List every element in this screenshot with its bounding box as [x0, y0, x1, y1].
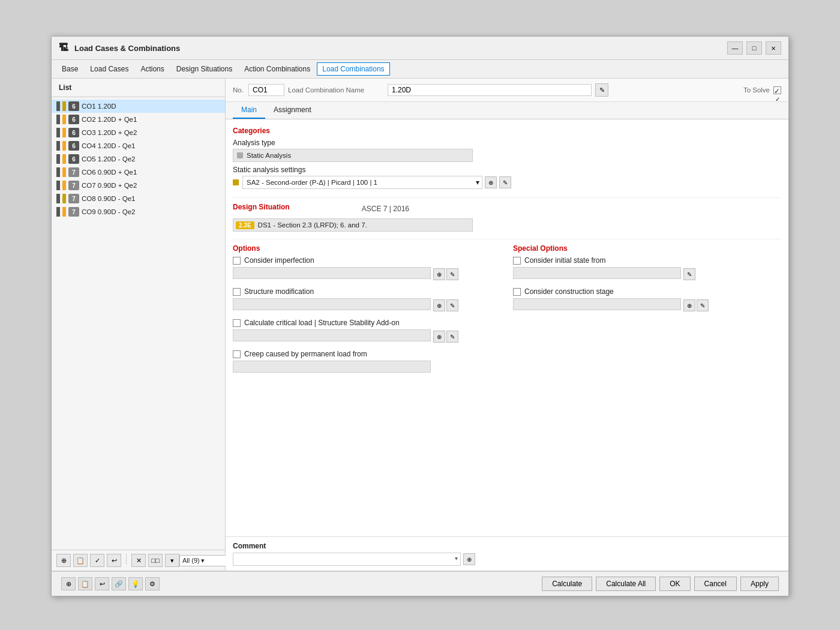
menu-actions[interactable]: Actions — [135, 62, 169, 76]
imperfection-icons: ⊕ ✎ — [433, 268, 458, 280]
list-item[interactable]: 7 CO9 0.90D - Qe2 — [52, 205, 225, 218]
view-button[interactable]: □□ — [148, 554, 163, 567]
copy-button[interactable]: ⊕ — [56, 554, 71, 567]
critical-load-copy[interactable]: ⊕ — [433, 331, 445, 343]
initial-state-checkbox[interactable] — [513, 257, 521, 265]
imperfection-label: Consider imperfection — [244, 256, 314, 265]
static-settings-row: SA2 - Second-order (P-Δ) | Picard | 100 … — [233, 176, 781, 189]
item-badge: 6 — [68, 128, 79, 137]
content-area: Categories Analysis type Static Analysis… — [226, 119, 788, 536]
bt-icon-5[interactable]: 💡 — [128, 577, 143, 590]
paste-button[interactable]: 📋 — [73, 554, 88, 567]
to-solve-checkbox[interactable]: ✓ — [773, 86, 781, 94]
design-situation-bar: 2.3E DS1 - Section 2.3 (LRFD); 6. and 7. — [233, 218, 473, 232]
more-button[interactable]: ▾ — [165, 554, 179, 567]
construction-edit[interactable]: ✎ — [697, 299, 709, 311]
list-item[interactable]: 7 CO6 0.90D + Qe1 — [52, 166, 225, 179]
bt-icon-2[interactable]: 📋 — [78, 577, 92, 590]
cancel-button[interactable]: Cancel — [694, 577, 737, 591]
comment-section: Comment ⊕ — [226, 536, 788, 571]
maximize-button[interactable]: □ — [746, 41, 762, 55]
menu-design-situations[interactable]: Design Situations — [171, 62, 238, 76]
filter-select[interactable]: All (9) ▾ — [179, 555, 227, 566]
item-badge: 6 — [68, 154, 79, 164]
name-label: Load Combination Name — [288, 86, 384, 94]
item-label: CO6 0.90D + Qe1 — [82, 169, 137, 176]
ok-button[interactable]: OK — [659, 577, 690, 591]
analysis-type-text: Static Analysis — [247, 152, 291, 159]
static-settings-dropdown[interactable]: SA2 - Second-order (P-Δ) | Picard | 100 … — [242, 176, 482, 189]
color-strip-2 — [62, 128, 66, 137]
item-label: CO8 0.90D - Qe1 — [82, 195, 135, 202]
critical-load-row: Calculate critical load | Structure Stab… — [233, 319, 501, 327]
menu-load-combinations[interactable]: Load Combinations — [317, 62, 389, 76]
critical-load-edit[interactable]: ✎ — [446, 331, 458, 343]
copy-setting-button[interactable]: ⊕ — [485, 176, 497, 188]
calculate-button[interactable]: Calculate — [542, 577, 592, 591]
static-settings-section: Static analysis settings SA2 - Second-or… — [233, 166, 781, 189]
sidebar: List 6 CO1 1.20D 6 CO2 1.20D + Qe1 — [52, 79, 226, 571]
bt-icon-4[interactable]: 🔗 — [112, 577, 126, 590]
edit-setting-button[interactable]: ✎ — [499, 176, 511, 188]
construction-row: Consider construction stage — [513, 287, 781, 296]
color-strip-2 — [62, 101, 66, 111]
delete-button[interactable]: ✕ — [131, 554, 146, 567]
color-strip-2 — [62, 207, 66, 217]
structure-mod-checkbox[interactable] — [233, 288, 241, 296]
main-window: 🏗 Load Cases & Combinations — □ × Base L… — [51, 36, 789, 596]
tab-assignment[interactable]: Assignment — [265, 102, 320, 119]
calculate-all-button[interactable]: Calculate All — [596, 577, 656, 591]
construction-icons: ⊕ ✎ — [683, 299, 709, 311]
bt-icon-6[interactable]: ⚙ — [145, 577, 160, 590]
undo-button[interactable]: ↩ — [107, 554, 121, 567]
menu-action-combinations[interactable]: Action Combinations — [239, 62, 316, 76]
static-settings-value: SA2 - Second-order (P-Δ) | Picard | 100 … — [247, 179, 377, 186]
sidebar-tools: ⊕ 📋 ✓ ↩ ✕ □□ ▾ — [56, 554, 179, 567]
creep-row: Creep caused by permanent load from — [233, 350, 501, 358]
item-label: CO5 1.20D - Qe2 — [82, 155, 135, 163]
list-item[interactable]: 6 CO2 1.20D + Qe1 — [52, 113, 225, 126]
imperfection-edit[interactable]: ✎ — [446, 268, 458, 280]
list-item[interactable]: 7 CO7 0.90D + Qe2 — [52, 179, 225, 192]
imperfection-checkbox[interactable] — [233, 257, 241, 265]
creep-checkbox[interactable] — [233, 350, 241, 358]
check-button[interactable]: ✓ — [90, 554, 104, 567]
list-item[interactable]: 6 CO5 1.20D - Qe2 — [52, 152, 225, 166]
comment-copy[interactable]: ⊕ — [463, 553, 475, 565]
color-strip — [56, 194, 60, 203]
critical-load-checkbox[interactable] — [233, 319, 241, 327]
creep-bar — [233, 361, 431, 373]
construction-copy[interactable]: ⊕ — [683, 299, 695, 311]
structure-mod-edit[interactable]: ✎ — [446, 299, 458, 311]
item-badge: 6 — [68, 101, 79, 111]
apply-button[interactable]: Apply — [740, 577, 779, 591]
list-item[interactable]: 6 CO4 1.20D - Qe1 — [52, 139, 225, 152]
edit-button[interactable]: ✎ — [595, 83, 608, 97]
initial-state-label: Consider initial state from — [524, 256, 605, 265]
title-bar-controls: — □ × — [727, 41, 781, 55]
bt-icon-3[interactable]: ↩ — [95, 577, 109, 590]
two-col-options: Options Consider imperfection ⊕ ✎ — [233, 244, 781, 381]
sidebar-toolbar: ⊕ 📋 ✓ ↩ ✕ □□ ▾ All (9) ▾ — [52, 550, 225, 571]
structure-mod-copy[interactable]: ⊕ — [433, 299, 445, 311]
construction-checkbox[interactable] — [513, 288, 521, 296]
name-input[interactable] — [388, 84, 592, 96]
list-item[interactable]: 6 CO3 1.20D + Qe2 — [52, 126, 225, 139]
color-strip — [56, 154, 60, 164]
ds-tag: 2.3E — [236, 221, 254, 229]
comment-input[interactable] — [233, 553, 461, 566]
imperfection-copy[interactable]: ⊕ — [433, 268, 445, 280]
construction-label: Consider construction stage — [524, 287, 614, 296]
list-item[interactable]: 6 CO1 1.20D — [52, 100, 225, 113]
minimize-button[interactable]: — — [727, 41, 743, 55]
list-item[interactable]: 7 CO8 0.90D - Qe1 — [52, 192, 225, 205]
menu-load-cases[interactable]: Load Cases — [85, 62, 134, 76]
no-input[interactable] — [248, 84, 284, 96]
menu-base[interactable]: Base — [56, 62, 83, 76]
close-button[interactable]: × — [766, 41, 781, 55]
no-label: No. — [233, 86, 245, 94]
initial-state-edit[interactable]: ✎ — [683, 268, 695, 280]
bt-icon-1[interactable]: ⊕ — [61, 577, 76, 590]
tab-main[interactable]: Main — [233, 102, 265, 119]
bottom-tools: ⊕ 📋 ↩ 🔗 💡 ⚙ — [61, 577, 160, 590]
